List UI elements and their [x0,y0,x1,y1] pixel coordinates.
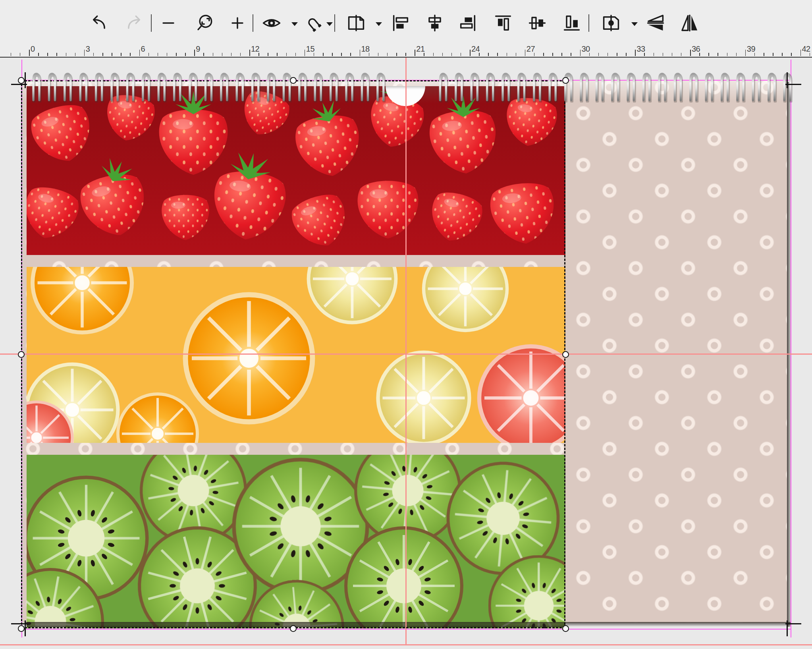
ruler-tick [167,53,168,56]
ruler-tick [800,50,801,56]
ruler-tick [561,53,562,56]
ruler-tick [149,53,149,56]
ruler-tick [782,53,783,56]
ruler-tick [415,50,415,56]
zoom-out-button[interactable] [158,13,179,33]
ruler-tick [699,53,700,56]
ruler-tick [764,53,764,56]
ruler-tick [461,53,461,56]
ruler-tick [516,53,517,56]
ruler-label: 30 [582,44,590,54]
ruler-tick [617,53,617,56]
selection-handle-bottom-left[interactable] [18,625,25,632]
selection-handle-top-center[interactable] [290,77,297,84]
ruler-tick [571,53,571,56]
ruler-label: 3 [86,44,90,54]
selection-handle-top-right[interactable] [562,77,569,84]
ruler-tick [497,53,498,56]
page-guide-right[interactable] [791,60,791,637]
preview-button[interactable] [261,13,282,33]
ruler-tick [369,53,370,56]
align-center-horizontal-button[interactable] [424,13,445,33]
flip-horizontal-button[interactable] [679,13,700,33]
selection-handle-middle-left[interactable] [18,351,25,358]
center-on-page-caret-icon[interactable] [631,21,638,25]
ruler-label: 39 [747,44,755,54]
trim-mark-bottom-right-h [785,623,801,624]
ruler-label: 36 [692,44,700,54]
ruler-tick [470,50,471,56]
align-top-button[interactable] [493,13,513,33]
trim-mark-bottom-left-h [11,623,27,624]
ruler-tick [378,53,379,56]
align-middle-vertical-button[interactable] [527,13,548,33]
ruler-tick [387,53,388,56]
ruler-tick [286,53,287,56]
facing-pages-button[interactable] [346,13,366,33]
selection-handle-top-left[interactable] [18,77,25,84]
align-left-button[interactable] [390,13,411,33]
ruler-tick [305,50,305,56]
toolbar-separator [588,14,589,32]
selection-handle-middle-right[interactable] [562,351,569,358]
ruler-tick [194,50,195,56]
selection-handle-bottom-right[interactable] [562,625,569,632]
ruler-tick [56,53,57,56]
facing-pages-caret-icon[interactable] [376,21,382,25]
ruler-tick [690,50,691,56]
center-on-page-button[interactable] [601,13,621,33]
zoom-to-fit-button[interactable] [196,13,216,33]
ruler-tick [507,53,507,56]
ruler-tick [635,50,636,56]
ruler-tick [442,53,443,56]
ruler-tick [663,53,663,56]
ruler-tick [791,53,792,56]
ruler-tick [810,53,810,56]
ruler-tick [112,53,112,56]
ruler-tick [130,53,131,56]
ruler-tick [589,53,590,56]
ruler-tick [598,53,599,56]
trim-mark-top-right-h [785,84,801,85]
selection-handle-bottom-center[interactable] [290,625,297,632]
ruler-tick [479,53,480,56]
trim-mark-top-left-h [11,84,27,85]
snap-magnet-button[interactable] [303,13,323,33]
ruler-label: 0 [31,44,35,54]
ruler-tick [222,53,223,56]
ruler-tick [185,53,186,56]
flip-vertical-button[interactable] [645,13,666,33]
ruler-tick [552,53,553,56]
ruler-tick [396,53,397,56]
preview-caret-icon[interactable] [291,21,298,25]
ruler-tick [451,53,452,56]
ruler-tick [249,50,250,56]
undo-button[interactable] [88,13,109,33]
ruler-tick [672,53,673,56]
ruler-tick [158,53,158,56]
trim-mark-top-right-v [787,72,788,88]
align-bottom-button[interactable] [561,13,582,33]
zoom-in-button[interactable] [227,13,248,33]
align-right-button[interactable] [457,13,478,33]
ruler-tick [11,53,12,56]
ruler-tick [424,53,424,56]
snap-caret-icon[interactable] [326,21,333,25]
ruler-tick [350,53,351,56]
ruler-label: 15 [306,44,314,54]
guide-horizontal-bottom[interactable] [0,644,812,645]
ruler-tick [213,53,214,56]
ruler-tick [727,53,728,56]
ruler-label: 27 [527,44,535,54]
ruler-label: 42 [802,44,810,54]
ruler-tick [360,50,361,56]
ruler-tick [580,50,581,56]
redo-button[interactable] [124,13,145,33]
ruler-tick [488,53,489,56]
trim-mark-bottom-right-v [787,620,788,636]
ruler-tick [102,53,103,56]
ruler-tick [231,53,232,56]
ruler-tick [681,53,682,56]
toolbar-and-ruler: 03691215182124273033363942 [0,0,812,58]
ruler-tick [295,53,296,56]
